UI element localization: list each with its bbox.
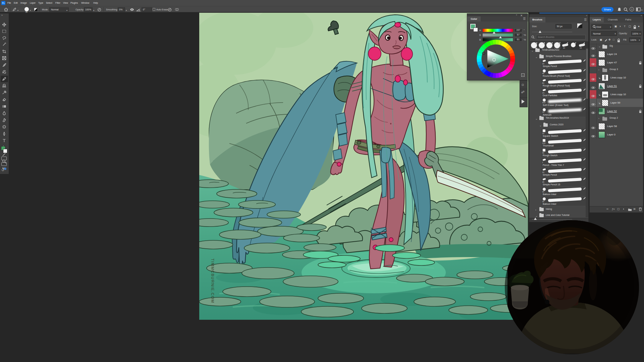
svg-text:TIMMCBURNIE.COM: TIMMCBURNIE.COM	[211, 258, 215, 303]
